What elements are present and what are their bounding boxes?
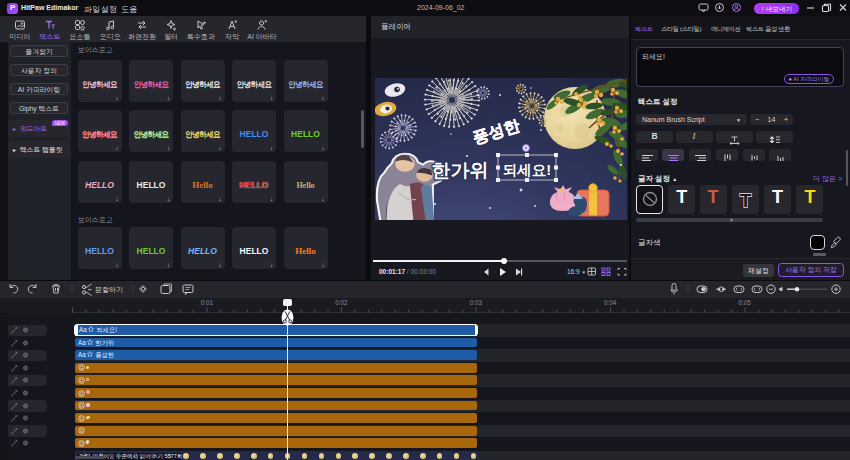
svg-text:되세요!: 되세요! — [503, 162, 551, 178]
svg-text:0:02: 0:02 — [335, 299, 348, 306]
svg-text:한가위: 한가위 — [432, 160, 489, 181]
svg-text:분할하기: 분할하기 — [95, 286, 123, 293]
svg-text:0:01: 0:01 — [201, 299, 214, 306]
svg-text:T: T — [740, 190, 752, 211]
svg-text:0:05: 0:05 — [738, 299, 751, 306]
svg-text:0:03: 0:03 — [470, 299, 483, 306]
svg-text:0:04: 0:04 — [604, 299, 617, 306]
